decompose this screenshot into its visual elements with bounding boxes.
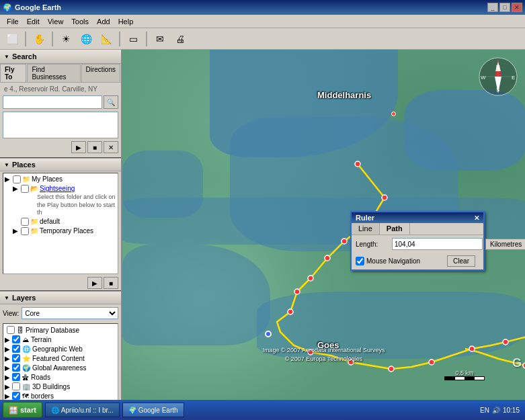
layer-terrain[interactable]: ▶ ⛰ Terrain xyxy=(5,335,116,344)
menu-edit[interactable]: Edit xyxy=(23,16,44,27)
search-header[interactable]: ▼ Search xyxy=(0,50,121,64)
default-label: default xyxy=(40,218,60,225)
temp-checkbox[interactable] xyxy=(21,227,29,235)
sightseeing-label[interactable]: Sightseeing xyxy=(40,185,75,192)
layer-label-0: Primary Database xyxy=(26,327,79,334)
tree-item-sightseeing[interactable]: ▶ 📂 Sightseeing xyxy=(13,184,116,194)
menu-bar: File Edit View Tools Add Help xyxy=(0,15,525,28)
ruler-length-input[interactable] xyxy=(392,238,483,250)
expand-layer-4: ▶ xyxy=(5,364,10,372)
menu-file[interactable]: File xyxy=(3,16,23,27)
layer-primary-db[interactable]: 🗄 Primary Database xyxy=(5,325,116,335)
map-area[interactable]: Middelharnis Bergen Goes N xyxy=(122,50,525,404)
ruler-tab-line[interactable]: Line xyxy=(352,223,380,235)
copyright-1: Image © 2007 Aerodata International Surv… xyxy=(262,347,385,353)
layers-header[interactable]: ▼ Layers xyxy=(0,292,121,304)
earth-icon: 🌍 xyxy=(128,407,136,414)
layer-cb-5[interactable] xyxy=(12,373,20,381)
search-collapse-arrow: ▼ xyxy=(4,54,9,60)
browser-icon: 🌐 xyxy=(51,407,59,414)
temp-label: Temporary Places xyxy=(40,227,93,235)
layer-cb-0[interactable] xyxy=(7,326,15,334)
sightseeing-checkbox[interactable] xyxy=(21,185,29,193)
layer-cb-4[interactable] xyxy=(12,364,20,372)
planet-btn[interactable]: 🌐 xyxy=(77,30,95,48)
search-go-btn[interactable]: 🔍 xyxy=(104,95,118,109)
scale-graphic xyxy=(444,376,485,380)
search-play-btn[interactable]: ▶ xyxy=(71,141,86,153)
layer-buildings[interactable]: ▶ 🏢 3D Buildings xyxy=(5,382,116,391)
layer-cb-6[interactable] xyxy=(12,382,20,390)
toolbar-sep-4 xyxy=(146,32,147,46)
tree-item-temp[interactable]: ▶ 📁 Temporary Places xyxy=(13,226,116,236)
ruler-unit-btn[interactable]: Kilometres xyxy=(485,239,525,250)
tree-item-default[interactable]: 📁 default xyxy=(13,217,116,226)
menu-add[interactable]: Add xyxy=(93,16,114,27)
layer-geo-web[interactable]: ▶ 🌐 Geographic Web xyxy=(5,344,116,353)
city-dot-1 xyxy=(391,112,396,116)
search-tabs: Fly To Find Businesses Directions xyxy=(0,64,121,83)
tab-find-businesses[interactable]: Find Businesses xyxy=(27,64,80,82)
expand-layer-1: ▶ xyxy=(5,336,10,343)
expand-layer-2: ▶ xyxy=(5,345,10,353)
search-section: ▼ Search Fly To Find Businesses Directio… xyxy=(0,50,121,159)
search-input[interactable] xyxy=(3,95,102,109)
places-section: ▼ Places ▶ 📁 My Places ▶ 📂 Sig xyxy=(0,159,121,292)
places-header[interactable]: ▼ Places xyxy=(0,159,121,171)
nav-frame-btn[interactable]: ⬜ xyxy=(3,30,22,48)
start-button[interactable]: 🪟 start xyxy=(3,402,42,418)
my-places-checkbox[interactable] xyxy=(13,175,21,183)
layer-featured[interactable]: ▶ ⭐ Featured Content xyxy=(5,353,116,363)
menu-view[interactable]: View xyxy=(44,16,68,27)
taskbar-app-browser[interactable]: 🌐 Apriio/u.nl :: I br... xyxy=(45,403,120,417)
sun-btn[interactable]: ☀ xyxy=(56,30,75,48)
layer-roads[interactable]: ▶ 🛣 Roads xyxy=(5,372,116,382)
expand-arrow: ▶ xyxy=(5,175,11,183)
layers-header-label: Layers xyxy=(12,294,36,302)
menu-tools[interactable]: Tools xyxy=(67,16,93,27)
layer-cb-2[interactable] xyxy=(12,345,20,353)
minimize-btn[interactable]: _ xyxy=(487,3,498,12)
svg-text:S: S xyxy=(496,87,499,93)
tree-item-my-places[interactable]: ▶ 📁 My Places xyxy=(5,175,116,184)
default-checkbox[interactable] xyxy=(21,218,29,226)
places-play-btn[interactable]: ▶ xyxy=(87,277,102,289)
ruler-close-btn[interactable]: ✕ xyxy=(474,214,479,222)
sightseeing-folder-icon: 📂 xyxy=(30,185,38,192)
email-btn[interactable]: ✉ xyxy=(151,30,169,48)
tree-indent-default: 📁 default xyxy=(5,217,116,226)
layer-cb-1[interactable] xyxy=(12,335,20,343)
taskbar-time: 10:15 xyxy=(503,407,520,414)
svg-text:E: E xyxy=(512,75,515,81)
places-stop-btn[interactable]: ■ xyxy=(104,277,118,289)
frame-btn[interactable]: ▭ xyxy=(124,30,143,48)
layers-section: ▼ Layers View: Core All Custom 🗄 xyxy=(0,292,121,404)
layer-global[interactable]: ▶ 🌍 Global Awareness xyxy=(5,363,116,372)
ruler-title-label: Ruler xyxy=(356,214,374,222)
ruler-mouse-nav-checkbox[interactable] xyxy=(356,257,364,265)
ruler-tab-path[interactable]: Path xyxy=(380,223,410,235)
taskbar-app-google-earth[interactable]: 🌍 Google Earth xyxy=(122,403,184,417)
tab-directions[interactable]: Directions xyxy=(81,64,120,82)
tab-fly-to[interactable]: Fly To xyxy=(0,64,26,82)
expand-layer-6: ▶ xyxy=(5,383,10,390)
layer-borders[interactable]: ▶ 🗺 borders xyxy=(5,391,116,401)
geoweb-icon: 🌐 xyxy=(22,345,30,353)
search-close-btn[interactable]: ✕ xyxy=(104,141,118,153)
measure-btn[interactable]: 📐 xyxy=(97,30,116,48)
layers-view-dropdown[interactable]: Core All Custom xyxy=(22,307,118,319)
layer-cb-3[interactable] xyxy=(12,354,20,362)
layer-cb-7[interactable] xyxy=(12,392,20,400)
print-btn[interactable]: 🖨 xyxy=(171,30,190,48)
menu-help[interactable]: Help xyxy=(114,16,138,27)
ruler-clear-btn[interactable]: Clear xyxy=(447,255,475,267)
search-stop-btn[interactable]: ■ xyxy=(87,141,102,153)
expand-layer-7: ▶ xyxy=(5,392,10,400)
close-btn[interactable]: ✕ xyxy=(512,3,522,12)
hand-tool-btn[interactable]: ✋ xyxy=(30,30,48,48)
layers-collapse-arrow: ▼ xyxy=(4,295,9,301)
layer-label-2: Geographic Web xyxy=(32,345,83,353)
compass: N W E S xyxy=(478,56,518,97)
maximize-btn[interactable]: □ xyxy=(499,3,510,12)
svg-text:W: W xyxy=(481,75,486,81)
